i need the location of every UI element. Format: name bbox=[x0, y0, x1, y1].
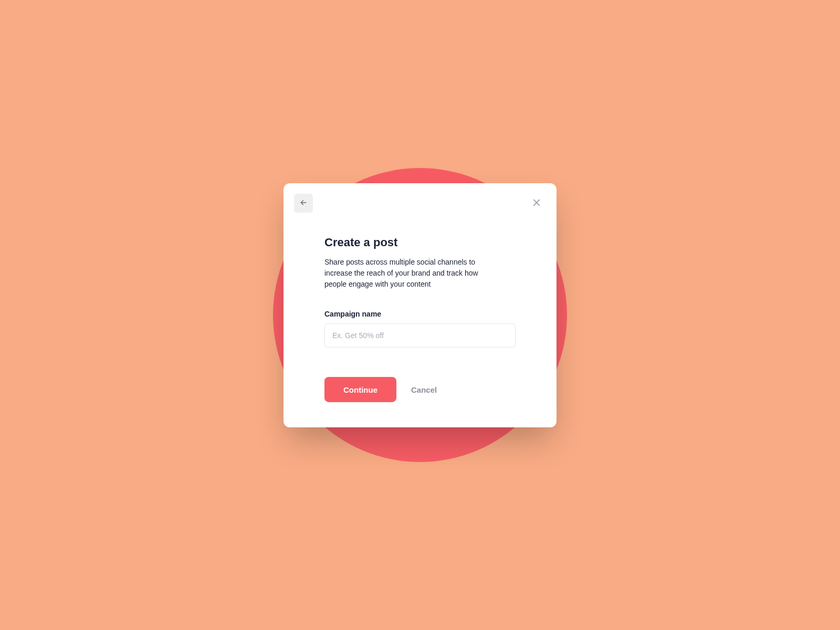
modal-actions: Continue Cancel bbox=[324, 377, 516, 402]
close-icon bbox=[532, 197, 541, 208]
back-button[interactable] bbox=[294, 194, 313, 213]
campaign-name-label: Campaign name bbox=[324, 310, 516, 318]
create-post-modal: Create a post Share posts across multipl… bbox=[284, 183, 556, 427]
cancel-button[interactable]: Cancel bbox=[411, 385, 437, 394]
continue-button[interactable]: Continue bbox=[324, 377, 396, 402]
modal-description: Share posts across multiple social chann… bbox=[324, 257, 482, 290]
modal-header bbox=[294, 194, 546, 213]
modal-title: Create a post bbox=[324, 236, 516, 249]
arrow-left-icon bbox=[299, 198, 308, 208]
modal-content: Create a post Share posts across multipl… bbox=[294, 213, 546, 402]
close-button[interactable] bbox=[527, 194, 546, 213]
campaign-name-input[interactable] bbox=[324, 323, 516, 348]
